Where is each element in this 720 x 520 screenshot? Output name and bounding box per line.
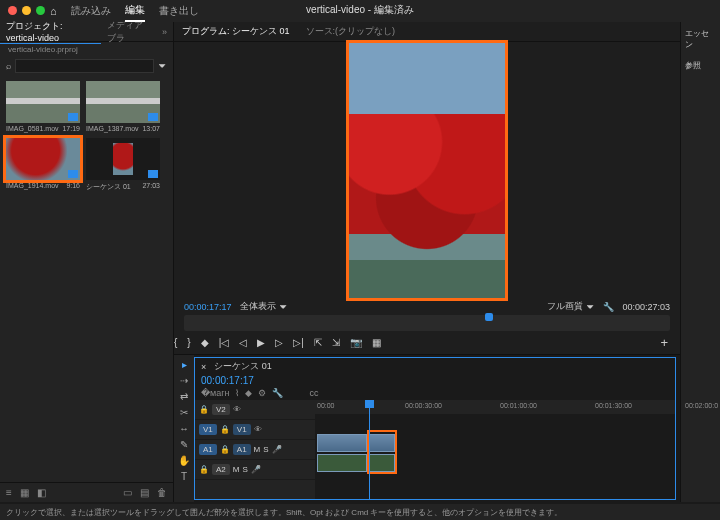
- settings-icon[interactable]: 🔧: [603, 302, 614, 312]
- new-item-icon[interactable]: ▤: [140, 487, 149, 498]
- right-panel: エッセン 参照: [680, 22, 720, 502]
- source-tab[interactable]: ソース:(クリップなし): [298, 25, 404, 38]
- essentials-tab[interactable]: エッセン: [685, 28, 716, 50]
- project-tab[interactable]: プロジェクト: vertical-video: [0, 20, 101, 44]
- list-view-icon[interactable]: ≡: [6, 487, 12, 498]
- filter-icon[interactable]: ⏷: [158, 61, 167, 71]
- reference-label: 参照: [685, 60, 716, 71]
- linked-sel-icon[interactable]: ⌇: [235, 388, 239, 398]
- program-duration: 00:00:27:03: [622, 302, 670, 312]
- selection-highlight: [367, 430, 397, 474]
- program-monitor[interactable]: [174, 42, 680, 298]
- go-out-icon[interactable]: ▷|: [293, 337, 304, 348]
- program-tab[interactable]: プログラム: シーケンス 01: [174, 25, 298, 38]
- audio-clip[interactable]: [317, 454, 367, 472]
- program-timecode[interactable]: 00:00:17:17: [184, 302, 232, 312]
- video-frame: [349, 43, 505, 298]
- add-marker-icon[interactable]: ◆: [201, 337, 209, 348]
- project-file-label: vertical-video.prproj: [0, 42, 173, 57]
- step-fwd-icon[interactable]: ▷: [275, 337, 283, 348]
- search-input[interactable]: [15, 59, 154, 73]
- track-v1[interactable]: V1🔒V1👁: [195, 420, 315, 440]
- camera-icon[interactable]: 📷: [350, 337, 362, 348]
- timeline-tools: ▸ ⇢ ⇄ ✂ ↔ ✎ ✋ T: [174, 355, 194, 502]
- bin-item[interactable]: IMAG_1387.mov13:07: [86, 81, 160, 132]
- button-editor-icon[interactable]: +: [660, 335, 668, 350]
- panel-overflow[interactable]: »: [156, 27, 173, 37]
- ripple-tool-icon[interactable]: ⇄: [180, 391, 188, 402]
- bin-item-sequence[interactable]: シーケンス 0127:03: [86, 138, 160, 192]
- track-a1[interactable]: A1🔒A1MS🎤: [195, 440, 315, 460]
- tab-export[interactable]: 書き出し: [159, 1, 199, 21]
- hand-tool-icon[interactable]: ✋: [178, 455, 190, 466]
- home-icon[interactable]: ⌂: [50, 5, 57, 17]
- type-tool-icon[interactable]: T: [181, 471, 187, 482]
- fit-dropdown[interactable]: 全体表示 ⏷: [240, 300, 288, 313]
- snap-icon[interactable]: �магн: [201, 388, 229, 398]
- track-select-icon[interactable]: ⇢: [180, 375, 188, 386]
- project-panel: プロジェクト: vertical-video メディアブラ » vertical…: [0, 22, 174, 502]
- video-clip[interactable]: [317, 434, 367, 452]
- track-v2[interactable]: 🔒V2👁: [195, 400, 315, 420]
- pen-tool-icon[interactable]: ✎: [180, 439, 188, 450]
- media-browser-tab[interactable]: メディアブラ: [101, 19, 156, 45]
- cc-icon[interactable]: cc: [309, 388, 318, 398]
- bin-item[interactable]: IMAG_0581.mov17:19: [6, 81, 80, 132]
- status-bar: クリックで選択、または選択ツールをドラッグして囲んだ部分を選択します。Shift…: [0, 504, 720, 520]
- mark-in-icon[interactable]: {: [174, 337, 177, 348]
- play-icon[interactable]: ▶: [257, 337, 265, 348]
- slip-tool-icon[interactable]: ↔: [179, 423, 189, 434]
- settings-icon[interactable]: ⚙: [258, 388, 266, 398]
- program-scrubber[interactable]: [184, 315, 670, 331]
- search-icon[interactable]: ⌕: [6, 61, 11, 71]
- quality-dropdown[interactable]: フル画質 ⏷: [547, 300, 595, 313]
- mark-out-icon[interactable]: }: [187, 337, 190, 348]
- bin-item-selected[interactable]: IMAG_1914.mov9:16: [6, 138, 80, 192]
- new-bin-icon[interactable]: ▭: [123, 487, 132, 498]
- wrench-icon[interactable]: 🔧: [272, 388, 283, 398]
- export-frame-icon[interactable]: ▦: [372, 337, 381, 348]
- timeline-timecode[interactable]: 00:00:17:17: [195, 375, 675, 386]
- sequence-name[interactable]: シーケンス 01: [214, 360, 272, 373]
- marker-icon[interactable]: ◆: [245, 388, 252, 398]
- razor-tool-icon[interactable]: ✂: [180, 407, 188, 418]
- selection-tool-icon[interactable]: ▸: [182, 359, 187, 370]
- lift-icon[interactable]: ⇱: [314, 337, 322, 348]
- freeform-icon[interactable]: ◧: [37, 487, 46, 498]
- step-back-icon[interactable]: ◁: [239, 337, 247, 348]
- playhead-marker[interactable]: [485, 313, 493, 321]
- timeline-playhead[interactable]: [369, 400, 370, 499]
- trash-icon[interactable]: 🗑: [157, 487, 167, 498]
- track-a2[interactable]: 🔒A2MS🎤: [195, 460, 315, 480]
- go-in-icon[interactable]: |◁: [219, 337, 230, 348]
- icon-view-icon[interactable]: ▦: [20, 487, 29, 498]
- extract-icon[interactable]: ⇲: [332, 337, 340, 348]
- timeline-close-icon[interactable]: ×: [201, 362, 206, 372]
